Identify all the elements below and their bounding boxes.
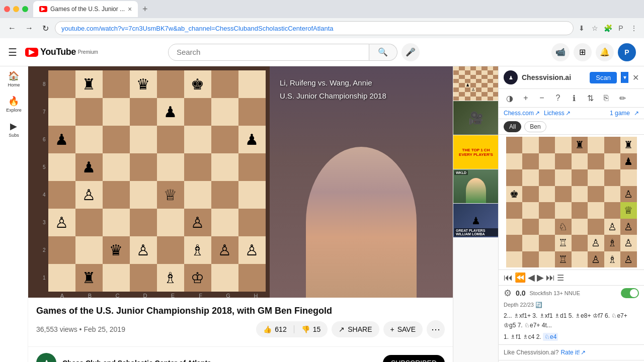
cv-close-button[interactable]: ✕ [632, 73, 639, 82]
cv-chess-board: ♜ ♜ ♟ [506, 137, 637, 267]
save-label: SAVE [397, 325, 416, 333]
cv-controls-more-button[interactable]: ☰ [557, 273, 564, 283]
cv-highlighted-move[interactable]: ♘e4 [543, 333, 558, 341]
youtube-logo[interactable]: YouTube Premium [25, 47, 98, 57]
cv-tool-toggle[interactable]: ◑ [504, 92, 516, 104]
cv-tool-help[interactable]: ? [552, 92, 564, 104]
maximize-dot[interactable] [22, 6, 28, 12]
menu-button[interactable]: ☰ [8, 46, 17, 58]
cv-a7 [506, 153, 523, 170]
notifications-icon[interactable]: 🔔 [596, 43, 614, 61]
active-tab[interactable]: Games of the U.S. Junior ... × [33, 1, 138, 17]
upload-icon[interactable]: 📹 [551, 43, 570, 61]
cv-engine-icon: ⚙ [504, 288, 512, 299]
cv-header: ♟ Chessvision.ai Scan ▾ ✕ [499, 66, 644, 89]
square-d1 [130, 264, 157, 292]
youtube-topbar: ☰ YouTube Premium 🔍 🎤 📹 ⊞ 🔔 P [0, 38, 644, 66]
rec-thumb-4[interactable]: WKLD [453, 169, 498, 204]
sidebar-subs[interactable]: ▶ Subs [9, 121, 19, 138]
search-input[interactable] [168, 44, 369, 61]
cv-board-section: ♜ ♜ ♟ [499, 135, 644, 269]
cv-engine-toggle-switch[interactable] [621, 288, 639, 298]
cv-tool-copy[interactable]: ⎘ [600, 92, 612, 104]
more-options-icon[interactable]: ⋮ [629, 23, 639, 33]
games-count[interactable]: 1 game [610, 110, 630, 117]
square-e3 [157, 209, 184, 236]
forward-button[interactable]: → [22, 22, 36, 35]
cv-skip-end-button[interactable]: ⏭ [546, 273, 555, 283]
rec-thumb-3[interactable]: THE TOP 1 CH EVERY PLAYER'S [453, 135, 498, 169]
cv-prev-button[interactable]: ⏪ [515, 272, 526, 283]
cv-scan-dropdown-button[interactable]: ▾ [621, 72, 628, 83]
chess-com-label: Chess.com [504, 110, 534, 117]
square-g8 [211, 70, 238, 98]
rec-thumb-1[interactable]: ♟ ♙ [453, 66, 498, 101]
refresh-button[interactable]: ↻ [39, 22, 52, 35]
subscribe-button[interactable]: SUBSCRIBED [383, 355, 445, 362]
file-g: G [214, 293, 242, 299]
cv-b4 [522, 202, 539, 219]
cv-c2 [539, 235, 555, 251]
share-button[interactable]: ↗ SHARE [332, 321, 379, 337]
close-dot[interactable] [4, 6, 10, 12]
bookmark-icon[interactable]: ☆ [590, 23, 600, 33]
square-c2: ♛ [103, 236, 130, 264]
cv-step-back-button[interactable]: ◀ [528, 272, 535, 283]
chess-com-link[interactable]: Chess.com ↗ [504, 110, 540, 117]
back-button[interactable]: ← [5, 22, 19, 35]
filter-tab-ben[interactable]: Ben [524, 121, 546, 132]
tab-close-button[interactable]: × [128, 5, 132, 13]
square-h4 [238, 181, 266, 209]
cv-step-forward-button[interactable]: ▶ [537, 272, 544, 283]
cv-links-row: Chess.com ↗ Lichess ↗ 1 game ↗ [499, 108, 644, 119]
filter-tab-all[interactable]: All [504, 121, 521, 132]
dislike-button[interactable]: 👎 15 [294, 321, 328, 337]
cv-f7 [588, 153, 604, 170]
channel-avatar[interactable]: ♟ [36, 353, 56, 362]
sidebar-home[interactable]: 🏠 Home [8, 70, 20, 87]
like-button[interactable]: 👍 612 [256, 321, 293, 337]
sidebar-explore[interactable]: 🔥 Explore [6, 96, 22, 113]
thumbs-down-icon: 👎 [301, 325, 310, 333]
download-icon[interactable]: ⬇ [577, 23, 587, 33]
cv-skip-start-button[interactable]: ⏮ [504, 273, 513, 283]
cv-rec-videos: ♟ 48:41 The Greek Gift 38K views • 1 yea… [499, 360, 644, 362]
cv-scan-button[interactable]: Scan [590, 72, 617, 83]
file-a: A [48, 293, 76, 299]
cv-tool-info[interactable]: ℹ [568, 92, 580, 104]
cv-b6 [522, 169, 539, 186]
rec-thumb-5[interactable]: ♟ GREAT PLAYERS WILLIAM LOMBA [453, 204, 498, 238]
cv-g1: ♗ [604, 251, 621, 268]
cv-e3 [572, 219, 588, 235]
lichess-link[interactable]: Lichess ↗ [544, 110, 571, 117]
cv-tool-flip[interactable]: ⇅ [584, 92, 596, 104]
cv-h2: ♙ [620, 235, 637, 251]
rec-video-item-1[interactable]: ♟ 48:41 The Greek Gift 38K views • 1 yea… [499, 360, 644, 362]
cv-tool-edit[interactable]: ✏ [616, 92, 628, 104]
cv-rate-link[interactable]: Rate it! ↗ [560, 349, 586, 356]
rec-thumb-2[interactable]: 🎥 [453, 101, 498, 135]
square-d3 [130, 209, 157, 236]
cv-tool-minus[interactable]: − [536, 92, 548, 104]
apps-icon[interactable]: ⊞ [574, 43, 592, 61]
voice-search-button[interactable]: 🎤 [401, 43, 420, 61]
minimize-dot[interactable] [13, 6, 19, 12]
address-bar[interactable]: youtube.com/watch?v=7cn3UsmBK7w&ab_chann… [55, 21, 574, 35]
cv-h8: ♜ [620, 137, 637, 153]
video-player[interactable]: 8 7 6 5 4 3 2 1 ♜ [28, 66, 453, 298]
square-f2: ♗ [184, 236, 211, 264]
save-button[interactable]: + SAVE [383, 321, 423, 337]
like-count: 612 [275, 325, 286, 333]
cv-f2: ♙ [588, 235, 604, 251]
square-c7 [103, 98, 130, 126]
square-a4 [48, 181, 75, 209]
square-e4: ♕ [157, 181, 184, 209]
new-tab-button[interactable]: + [138, 2, 152, 16]
cv-tool-plus[interactable]: + [520, 92, 532, 104]
profile-avatar[interactable]: P [618, 43, 636, 61]
extensions-icon[interactable]: 🧩 [603, 23, 613, 33]
channel-name[interactable]: Chess Club and Scholastic Center of Atla… [62, 359, 211, 362]
search-button[interactable]: 🔍 [369, 44, 397, 61]
more-actions-button[interactable]: ⋯ [427, 320, 445, 338]
profile-icon[interactable]: P [616, 23, 626, 33]
